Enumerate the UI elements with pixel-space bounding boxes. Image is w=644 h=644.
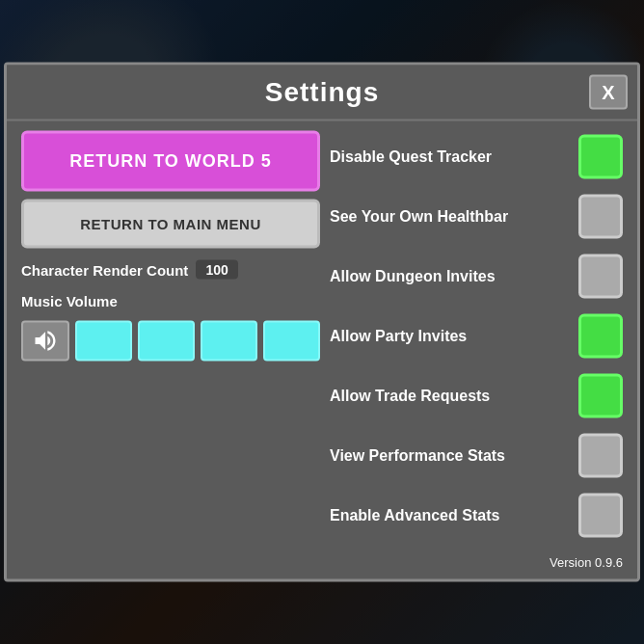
modal-header: Settings X bbox=[7, 66, 637, 121]
toggle-row-4: Allow Trade Requests bbox=[330, 370, 623, 422]
volume-icon-button[interactable] bbox=[21, 321, 69, 362]
volume-bar-4[interactable] bbox=[263, 321, 320, 362]
settings-modal: Settings X RETURN TO WORLD 5 RETURN TO M… bbox=[4, 63, 640, 582]
char-render-label: Character Render Count bbox=[21, 261, 188, 278]
toggle-row-1: See Your Own Healthbar bbox=[330, 191, 623, 243]
volume-icon bbox=[32, 328, 59, 355]
toggle-label-3: Allow Party Invites bbox=[330, 328, 467, 345]
toggle-box-1[interactable] bbox=[578, 195, 623, 239]
toggle-box-2[interactable] bbox=[578, 255, 623, 299]
volume-bar-1[interactable] bbox=[75, 321, 132, 362]
right-panel: Disable Quest TrackerSee Your Own Health… bbox=[330, 131, 623, 542]
left-panel: RETURN TO WORLD 5 RETURN TO MAIN MENU Ch… bbox=[21, 131, 320, 542]
toggle-row-6: Enable Advanced Stats bbox=[330, 490, 623, 542]
toggle-box-0[interactable] bbox=[578, 135, 623, 179]
char-render-value: 100 bbox=[196, 260, 237, 280]
modal-title: Settings bbox=[265, 77, 379, 108]
close-button[interactable]: X bbox=[589, 75, 628, 110]
char-render-row: Character Render Count 100 bbox=[21, 260, 320, 280]
toggle-box-4[interactable] bbox=[578, 374, 623, 418]
toggle-row-2: Allow Dungeon Invites bbox=[330, 251, 623, 303]
toggle-row-0: Disable Quest Tracker bbox=[330, 131, 623, 183]
toggle-box-3[interactable] bbox=[578, 314, 623, 359]
toggle-box-6[interactable] bbox=[578, 494, 623, 538]
toggle-label-4: Allow Trade Requests bbox=[330, 388, 490, 405]
modal-body: RETURN TO WORLD 5 RETURN TO MAIN MENU Ch… bbox=[7, 121, 637, 551]
toggle-label-6: Enable Advanced Stats bbox=[330, 507, 499, 524]
volume-bar-2[interactable] bbox=[138, 321, 195, 362]
toggle-row-5: View Performance Stats bbox=[330, 430, 623, 482]
toggle-label-2: Allow Dungeon Invites bbox=[330, 268, 496, 285]
toggle-row-3: Allow Party Invites bbox=[330, 310, 623, 362]
version-text: Version 0.9.6 bbox=[7, 551, 637, 570]
music-volume-row bbox=[21, 321, 320, 362]
toggle-label-1: See Your Own Healthbar bbox=[330, 208, 508, 226]
toggle-label-0: Disable Quest Tracker bbox=[330, 148, 492, 166]
return-to-world-button[interactable]: RETURN TO WORLD 5 bbox=[21, 131, 320, 192]
toggle-box-5[interactable] bbox=[578, 434, 623, 478]
toggle-label-5: View Performance Stats bbox=[330, 447, 505, 465]
volume-bar-3[interactable] bbox=[201, 321, 257, 362]
return-to-main-menu-button[interactable]: RETURN TO MAIN MENU bbox=[21, 200, 320, 249]
music-volume-label: Music Volume bbox=[21, 293, 320, 309]
